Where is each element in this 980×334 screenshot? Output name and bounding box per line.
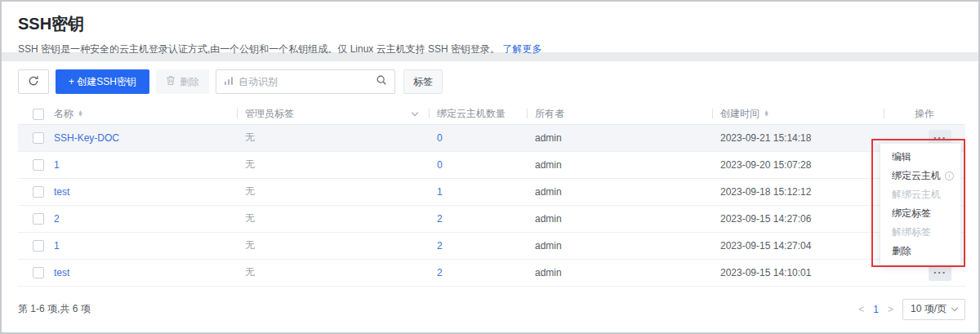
- row-checkbox[interactable]: [33, 186, 44, 198]
- page-size-select[interactable]: 10 项/页: [902, 299, 965, 320]
- bound-count-link[interactable]: 2: [437, 213, 443, 225]
- row-checkbox[interactable]: [33, 267, 44, 278]
- page-header: SSH密钥 SSH 密钥是一种安全的云主机登录认证方式,由一个公钥和一个私钥组成…: [2, 2, 978, 52]
- ssh-key-name-link[interactable]: test: [54, 267, 69, 278]
- action-menu-item[interactable]: 绑定标签 i: [880, 204, 960, 223]
- table-row: test 无 1 admin 2023-09-18 15:12:12 ···: [18, 178, 965, 205]
- learn-more-link[interactable]: 了解更多: [502, 43, 541, 55]
- trash-icon: [166, 75, 176, 88]
- owner-value: admin: [535, 213, 562, 225]
- owner-value: admin: [535, 267, 562, 278]
- ssh-key-table: 名称 ▲▼ 管理员标签 绑定云主机数量 所有者 创建时间: [18, 104, 965, 287]
- row-actions-more-button[interactable]: ···: [929, 265, 951, 281]
- action-menu-item[interactable]: 编辑 i: [880, 148, 960, 167]
- info-icon: i: [945, 171, 954, 180]
- action-menu-item-label: 绑定标签: [892, 207, 931, 220]
- owner-value: admin: [535, 240, 562, 252]
- page-title: SSH密钥: [18, 13, 962, 35]
- row-checkbox[interactable]: [33, 213, 44, 225]
- table-header-row: 名称 ▲▼ 管理员标签 绑定云主机数量 所有者 创建时间: [18, 104, 965, 124]
- admin-tag-value: 无: [245, 131, 255, 143]
- ssh-key-name-link[interactable]: 1: [54, 240, 60, 252]
- admin-tag-value: 无: [245, 266, 255, 278]
- column-header-owner: 所有者: [535, 107, 564, 121]
- row-checkbox[interactable]: [33, 159, 44, 171]
- table-row: 1 无 2 admin 2023-09-15 14:27:04 ···: [18, 232, 965, 259]
- column-header-admin-tag: 管理员标签: [245, 107, 294, 121]
- select-all-checkbox[interactable]: [33, 109, 44, 120]
- admin-tag-filter-chevron-down-icon[interactable]: [412, 109, 418, 116]
- created-time-value: 2023-09-15 14:27:06: [720, 213, 811, 225]
- table-row: test 无 2 admin 2023-09-15 14:10:01 ···: [18, 259, 965, 286]
- bound-count-link[interactable]: 2: [437, 240, 443, 252]
- delete-button[interactable]: 删除: [156, 69, 209, 94]
- tag-button[interactable]: 标签: [403, 69, 443, 94]
- search-icon[interactable]: [376, 74, 387, 89]
- page-size-value: 10 项/页: [911, 302, 947, 316]
- ssh-key-name-link[interactable]: 1: [54, 159, 60, 171]
- row-actions-dropdown-menu: 编辑 i 绑定云主机 i 解绑云主机 i 绑定标签 i: [880, 143, 961, 265]
- search-input[interactable]: [238, 76, 371, 87]
- admin-tag-value: 无: [245, 239, 255, 251]
- admin-tag-value: 无: [245, 158, 255, 170]
- admin-tag-value: 无: [245, 185, 255, 197]
- admin-tag-value: 无: [245, 212, 255, 224]
- row-checkbox[interactable]: [33, 240, 44, 252]
- action-menu-item[interactable]: 绑定云主机 i: [880, 167, 960, 185]
- ssh-key-name-link[interactable]: 2: [54, 213, 60, 225]
- action-menu-item[interactable]: 解绑云主机 i: [880, 185, 960, 204]
- toolbar: + 创建SSH密钥 删除 标签: [18, 69, 962, 94]
- sort-created-icon[interactable]: ▲▼: [764, 110, 769, 117]
- created-time-value: 2023-09-20 15:07:28: [720, 159, 811, 171]
- column-header-bound-count: 绑定云主机数量: [437, 107, 506, 121]
- next-page-button[interactable]: >: [888, 304, 893, 315]
- column-header-actions: 操作: [915, 108, 934, 119]
- delete-button-label: 删除: [180, 75, 199, 89]
- current-page-number[interactable]: 1: [873, 304, 879, 315]
- created-time-value: 2023-09-18 15:12:12: [720, 186, 811, 198]
- filter-bars-icon: [224, 74, 234, 89]
- table-footer: 第 1-6 项,共 6 项 < 1 > 10 项/页: [18, 287, 965, 332]
- action-menu-item[interactable]: 删除 i: [880, 242, 960, 261]
- column-header-created: 创建时间: [720, 107, 760, 121]
- items-summary: 第 1-6 项,共 6 项: [18, 302, 91, 316]
- bound-count-link[interactable]: 1: [437, 186, 443, 198]
- search-box[interactable]: [216, 69, 395, 94]
- content-panel: + 创建SSH密钥 删除 标签: [2, 61, 978, 332]
- owner-value: admin: [535, 186, 562, 198]
- table-row: 2 无 2 admin 2023-09-15 14:27:06 ···: [18, 205, 965, 232]
- bound-count-link[interactable]: 0: [437, 159, 443, 171]
- created-time-value: 2023-09-15 14:27:04: [720, 240, 811, 252]
- owner-value: admin: [535, 159, 562, 171]
- sort-name-icon[interactable]: ▲▼: [78, 110, 83, 117]
- action-menu-item-label: 编辑: [892, 150, 911, 164]
- page-size-chevron-down-icon: [951, 305, 958, 311]
- ssh-key-name-link[interactable]: SSH-Key-DOC: [54, 132, 119, 144]
- column-header-name: 名称: [54, 107, 74, 121]
- bound-count-link[interactable]: 2: [437, 267, 443, 278]
- table-row: 1 无 0 admin 2023-09-20 15:07:28 ···: [18, 151, 965, 178]
- ssh-key-page: SSH密钥 SSH 密钥是一种安全的云主机登录认证方式,由一个公钥和一个私钥组成…: [0, 0, 980, 334]
- prev-page-button[interactable]: <: [858, 304, 864, 315]
- owner-value: admin: [535, 132, 562, 144]
- created-time-value: 2023-09-21 15:14:18: [720, 132, 811, 144]
- create-ssh-key-button[interactable]: + 创建SSH密钥: [56, 69, 149, 94]
- bound-count-link[interactable]: 0: [437, 132, 443, 144]
- action-menu-item-label: 解绑云主机: [892, 188, 941, 202]
- action-menu-item-label: 绑定云主机: [892, 169, 941, 183]
- ssh-key-name-link[interactable]: test: [54, 186, 69, 198]
- action-menu-item-label: 解绑标签: [892, 225, 931, 239]
- action-menu-item[interactable]: 解绑标签 i: [880, 223, 960, 242]
- action-menu-item-label: 删除: [892, 244, 911, 258]
- created-time-value: 2023-09-15 14:10:01: [720, 267, 811, 278]
- table-row: SSH-Key-DOC 无 0 admin 2023-09-21 15:14:1…: [18, 124, 965, 151]
- refresh-button[interactable]: [18, 69, 49, 94]
- refresh-icon: [28, 75, 39, 89]
- row-checkbox[interactable]: [33, 132, 44, 144]
- page-subtitle-text: SSH 密钥是一种安全的云主机登录认证方式,由一个公钥和一个私钥组成。仅 Lin…: [18, 43, 500, 55]
- pagination: < 1 > 10 项/页: [858, 299, 965, 320]
